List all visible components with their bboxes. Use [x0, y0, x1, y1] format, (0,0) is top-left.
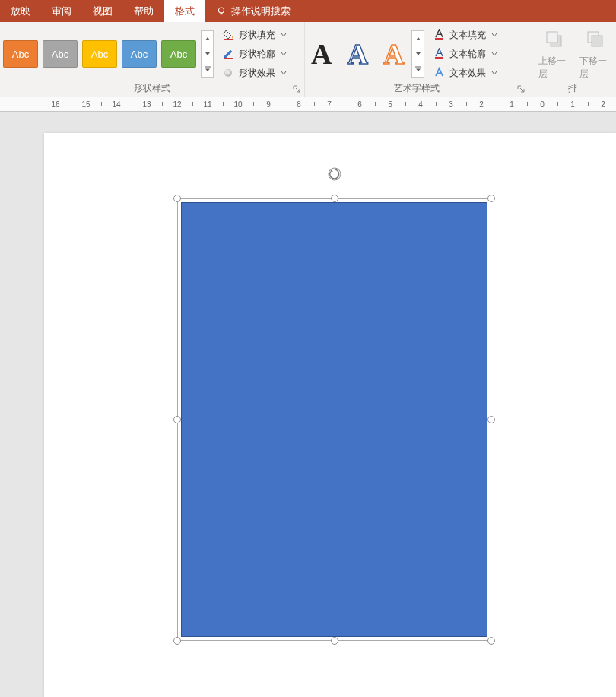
shape-style-swatch-2[interactable]: Abc: [43, 40, 78, 68]
ruler-label: 2: [601, 100, 605, 109]
text-fill-label: 文本填充: [449, 29, 486, 42]
ruler-tick: [101, 102, 102, 106]
caret-down-icon: [281, 32, 287, 38]
ruler-tick: [466, 102, 467, 106]
ruler-tick: [405, 102, 406, 106]
ribbon: Abc Abc Abc Abc Abc: [0, 22, 616, 97]
group-shape-styles: Abc Abc Abc Abc Abc: [0, 22, 305, 97]
bring-forward-button[interactable]: 上移一层: [537, 26, 572, 82]
text-fill-button[interactable]: 文本填充: [430, 27, 500, 43]
ruler-label: 7: [327, 100, 332, 109]
shape-effects-button[interactable]: 形状效果: [220, 65, 290, 81]
wordart-swatch-1[interactable]: A: [311, 40, 332, 68]
tab-view[interactable]: 视图: [82, 0, 123, 22]
tab-review[interactable]: 审阅: [41, 0, 82, 22]
wordart-gallery[interactable]: A A A: [311, 40, 404, 68]
ruler-tick: [345, 102, 345, 106]
text-outline-button[interactable]: 文本轮廓: [430, 46, 500, 62]
wordart-body: A A A: [305, 22, 529, 83]
svg-rect-4: [224, 58, 233, 59]
ruler-label: 8: [297, 100, 301, 109]
pen-icon: [223, 48, 235, 60]
ruler-label: 12: [173, 100, 181, 109]
tellme-label: 操作说明搜索: [231, 5, 291, 18]
shape-outline-label: 形状轮廓: [239, 48, 275, 61]
wordart-more-button[interactable]: [411, 62, 424, 78]
gallery-next-button[interactable]: [201, 46, 214, 62]
text-format-dropdowns: 文本填充 文本轮廓: [424, 27, 500, 81]
ruler-label: 3: [449, 100, 453, 109]
send-backward-button[interactable]: 下移一层: [578, 26, 613, 82]
ruler-tick: [223, 102, 224, 106]
wordart-swatch-2[interactable]: A: [347, 40, 367, 68]
svg-rect-13: [592, 36, 602, 46]
handle-w[interactable]: [173, 416, 181, 423]
shape-rectangle[interactable]: [181, 202, 487, 637]
svg-rect-3: [224, 39, 233, 40]
handle-s[interactable]: [331, 637, 338, 645]
svg-rect-8: [435, 38, 443, 40]
selected-shape[interactable]: [177, 198, 491, 641]
arrange-group-label: 排: [568, 83, 577, 93]
handle-e[interactable]: [487, 416, 495, 423]
caret-down-icon: [281, 70, 287, 76]
ruler-label: 1: [510, 100, 514, 109]
handle-sw[interactable]: [173, 637, 181, 645]
shape-styles-body: Abc Abc Abc Abc Abc: [0, 22, 304, 83]
shape-outline-button[interactable]: 形状轮廓: [220, 46, 290, 62]
tab-help[interactable]: 帮助: [123, 0, 164, 22]
ruler-tick: [71, 102, 71, 106]
wordart-swatch-3[interactable]: A: [383, 40, 404, 68]
wordart-prev-button[interactable]: [411, 30, 424, 46]
rotation-handle[interactable]: [327, 166, 342, 182]
wordart-next-button[interactable]: [411, 46, 424, 62]
ruler-label: 9: [266, 100, 271, 109]
send-backward-label: 下移一层: [579, 55, 611, 81]
wordart-gallery-spinner[interactable]: [411, 30, 424, 78]
lightbulb-icon: [216, 6, 227, 17]
handle-n[interactable]: [331, 195, 338, 202]
ruler-tick: [132, 102, 132, 106]
svg-rect-2: [205, 67, 211, 68]
gallery-prev-button[interactable]: [201, 30, 214, 46]
svg-rect-7: [415, 67, 421, 68]
shape-style-swatch-3[interactable]: Abc: [82, 40, 117, 68]
ruler-tick: [253, 102, 254, 106]
group-arrange: 上移一层 下移一层 排: [529, 22, 616, 97]
gallery-more-button[interactable]: [201, 62, 214, 78]
caret-down-icon: [491, 32, 497, 38]
handle-nw[interactable]: [173, 195, 181, 202]
text-outline-icon: [433, 48, 446, 60]
shape-style-swatch-5[interactable]: Abc: [161, 40, 196, 68]
ruler-label: 11: [203, 100, 211, 109]
ruler-tick: [436, 102, 437, 106]
arrange-body: 上移一层 下移一层: [529, 22, 616, 83]
tab-format[interactable]: 格式: [164, 0, 205, 22]
handle-ne[interactable]: [487, 195, 495, 202]
shape-style-swatch-1[interactable]: Abc: [3, 40, 38, 68]
handle-se[interactable]: [487, 637, 495, 645]
caret-down-icon: [491, 70, 497, 76]
wordart-dialog-launcher[interactable]: [516, 84, 526, 93]
ruler-tick: [192, 102, 193, 106]
ruler-tick: [375, 102, 376, 106]
ruler-tick: [162, 102, 163, 106]
svg-point-6: [225, 70, 230, 75]
caret-down-icon: [281, 51, 287, 57]
shape-styles-group-label: 形状样式: [134, 83, 170, 93]
gallery-spinner[interactable]: [201, 30, 214, 78]
tabs-row: 放映 审阅 视图 帮助 格式 操作说明搜索: [0, 0, 616, 22]
ruler-tick: [314, 102, 315, 106]
tab-slideshow[interactable]: 放映: [0, 0, 41, 22]
text-effects-button[interactable]: 文本效果: [430, 65, 500, 81]
shape-styles-dialog-launcher[interactable]: [292, 84, 301, 93]
ruler-label: 1: [570, 100, 575, 109]
shape-style-swatch-4[interactable]: Abc: [122, 40, 157, 68]
effects-icon: [223, 67, 235, 79]
shape-effects-label: 形状效果: [239, 67, 275, 80]
shape-style-gallery[interactable]: Abc Abc Abc Abc Abc: [3, 40, 196, 68]
shape-fill-button[interactable]: 形状填充: [220, 27, 290, 43]
svg-rect-11: [547, 32, 557, 43]
text-effects-icon: [433, 67, 446, 79]
tab-tellme[interactable]: 操作说明搜索: [205, 0, 301, 22]
